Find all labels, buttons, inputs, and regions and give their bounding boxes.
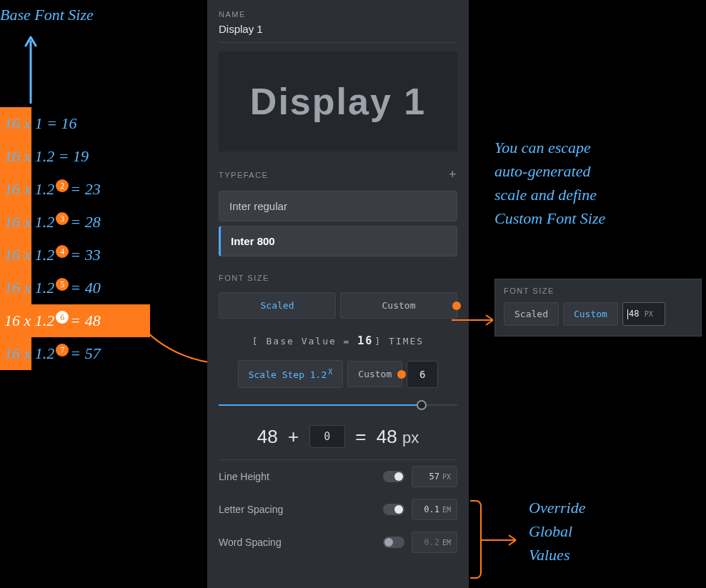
scale-row-5: 16 x 1.25= 40 <box>0 271 150 304</box>
prop-line-height: Line Height 57PX <box>207 460 469 493</box>
scale-row-0: 16 x 1 = 16 <box>0 107 150 140</box>
typeface-label: TYPEFACE <box>219 171 268 179</box>
callout-dot-icon <box>397 370 406 379</box>
result-formula: 48 + 0 = 48 px <box>207 425 469 448</box>
font-option-1[interactable]: Inter 800 <box>219 226 457 256</box>
scale-row-4: 16 x 1.24= 33 <box>0 239 150 271</box>
typography-panel: NAME Display 1 Display 1 TYPEFACE + Inte… <box>207 0 469 588</box>
font-option-0[interactable]: Inter regular <box>219 191 457 221</box>
scale-row-6-highlight: 16 x 1.26= 48 <box>0 304 150 337</box>
preview-box: Display 1 <box>219 51 457 151</box>
scale-column: 16 x 1 = 16 16 x 1.2 = 19 16 x 1.22= 23 … <box>0 107 150 370</box>
word-spacing-input[interactable]: 0.2EM <box>412 532 457 553</box>
name-value[interactable]: Display 1 <box>207 23 469 42</box>
line-height-toggle[interactable] <box>383 471 404 482</box>
bracket-icon <box>470 500 482 579</box>
mini-tab-scaled[interactable]: Scaled <box>504 302 559 326</box>
prop-letter-spacing: Letter Spacing 0.1EM <box>207 493 469 526</box>
mini-fontsize-panel: FONT SIZE Scaled Custom 48 PX <box>494 279 702 337</box>
scale-step-input[interactable]: 6 <box>407 361 438 388</box>
scale-step-button[interactable]: Scale Step 1.2X <box>238 360 344 388</box>
annotation-custom-escape: You can escape auto-generated scale and … <box>494 136 702 230</box>
scale-row-3: 16 x 1.23= 28 <box>0 206 150 239</box>
add-typeface-icon[interactable]: + <box>449 167 457 182</box>
scale-row-1: 16 x 1.2 = 19 <box>0 140 150 173</box>
mini-tab-custom[interactable]: Custom <box>563 302 618 326</box>
scale-step-row: Scale Step 1.2X Custom 6 <box>207 360 469 388</box>
arrow-override-icon <box>482 533 524 547</box>
annotation-base-font-size: Base Font Size <box>0 6 94 24</box>
letter-spacing-input[interactable]: 0.1EM <box>412 499 457 520</box>
prop-word-spacing: Word Spacing 0.2EM <box>207 526 469 559</box>
scale-slider[interactable] <box>219 398 457 412</box>
scale-row-7: 16 x 1.27= 57 <box>0 337 150 370</box>
scale-custom-button[interactable]: Custom <box>347 361 402 387</box>
name-label: NAME <box>207 0 469 23</box>
arrow-up-icon <box>24 36 38 104</box>
word-spacing-toggle[interactable] <box>383 537 404 548</box>
adjust-input[interactable]: 0 <box>309 425 345 448</box>
mini-fontsize-label: FONT SIZE <box>504 286 692 295</box>
tab-custom[interactable]: Custom <box>340 292 457 319</box>
divider <box>219 42 457 43</box>
scale-row-2: 16 x 1.22= 23 <box>0 173 150 206</box>
annotation-override: Override Global Values <box>529 496 585 567</box>
letter-spacing-toggle[interactable] <box>383 504 404 515</box>
line-height-input[interactable]: 57PX <box>412 466 457 487</box>
slider-thumb-icon[interactable] <box>417 400 427 410</box>
mini-fontsize-input[interactable]: 48 PX <box>622 302 665 326</box>
tab-scaled[interactable]: Scaled <box>219 292 336 319</box>
base-formula: [ Base Value = 16] TIMES <box>207 334 469 347</box>
fontsize-label: FONT SIZE <box>207 261 469 286</box>
callout-dot-icon <box>452 302 461 310</box>
